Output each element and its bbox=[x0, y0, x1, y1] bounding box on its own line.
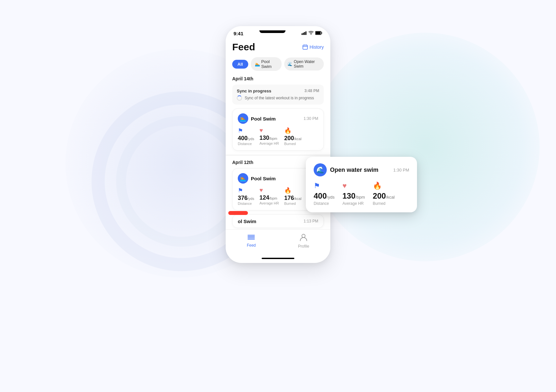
open-water-tab-label: Open Water Swim bbox=[294, 59, 321, 69]
expanded-distance-icon: ⚑ bbox=[314, 182, 335, 190]
expanded-hr-value: 130/bpm bbox=[342, 191, 365, 201]
expanded-workout-time: 1:30 PM bbox=[393, 168, 409, 172]
svg-rect-7 bbox=[321, 32, 322, 34]
expanded-distance-stat: ⚑ 400/yds Distance bbox=[314, 182, 335, 206]
pool-swim-card-1[interactable]: 🏊 Pool Swim 1:30 PM ⚑ 400/yds Distance bbox=[232, 108, 324, 151]
heart-icon-2: ♥ bbox=[259, 187, 279, 194]
sync-spinner-icon bbox=[237, 95, 242, 101]
pool-swim-tab-label: Pool Swim bbox=[261, 59, 278, 69]
feed-nav-icon bbox=[247, 235, 255, 242]
profile-nav-label: Profile bbox=[298, 244, 309, 249]
distance-stat-2: ⚑ 376/yds Distance bbox=[238, 187, 254, 205]
calories-stat-1: 🔥 200/kcal Burned bbox=[284, 127, 302, 146]
svg-rect-6 bbox=[316, 32, 321, 34]
wifi-icon bbox=[308, 31, 314, 36]
feed-header: Feed History bbox=[232, 39, 324, 57]
open-water-tab-icon: 🌊 bbox=[287, 62, 292, 66]
expanded-title-row: 🌊 Open water swim bbox=[314, 163, 378, 176]
phone-container: 9:41 bbox=[226, 26, 330, 263]
expanded-workout-title: Open water swim bbox=[330, 167, 378, 173]
pool-swim-time-3: 1:13 PM bbox=[304, 219, 318, 223]
hr-label-1: Average HR bbox=[259, 141, 279, 145]
battery-icon bbox=[315, 31, 322, 36]
nav-feed[interactable]: Feed bbox=[247, 235, 256, 248]
sync-body: Sync of the latest workout is in progres… bbox=[237, 95, 319, 101]
flame-icon-2: 🔥 bbox=[284, 187, 302, 194]
pool-swim-avatar-2: 🏊 bbox=[238, 173, 248, 184]
calories-value-1: 200/kcal bbox=[284, 135, 302, 142]
expanded-calories-label: Burned bbox=[373, 201, 395, 206]
calories-stat-2: 🔥 176/kcal Burned bbox=[284, 187, 302, 205]
calories-label-2: Burned bbox=[284, 202, 302, 205]
card-title-row-2: 🏊 Pool Swim bbox=[238, 173, 276, 184]
delete-button[interactable] bbox=[228, 211, 248, 215]
heart-icon-1: ♥ bbox=[259, 127, 279, 134]
sync-title: Sync in progress bbox=[237, 89, 271, 93]
pool-swim-card-3[interactable]: ol Swim 1:13 PM bbox=[232, 214, 324, 228]
svg-rect-2 bbox=[304, 32, 305, 35]
expanded-calories-stat: 🔥 200/kcal Burned bbox=[373, 182, 395, 206]
svg-point-9 bbox=[302, 234, 305, 237]
pool-swim-name-3: ol Swim bbox=[238, 219, 256, 224]
svg-rect-1 bbox=[303, 33, 304, 35]
expanded-calories-value: 200/kcal bbox=[373, 191, 395, 201]
filter-tabs: All 🏊 Pool Swim 🌊 Open Water Swim bbox=[232, 57, 324, 71]
distance-icon-2: ⚑ bbox=[238, 187, 254, 194]
tab-open-water[interactable]: 🌊 Open Water Swim bbox=[284, 57, 324, 71]
expanded-flame-icon: 🔥 bbox=[373, 182, 395, 190]
pool-swim-time-1: 1:30 PM bbox=[304, 116, 318, 121]
calories-value-2: 176/kcal bbox=[284, 195, 302, 202]
history-button[interactable]: History bbox=[303, 44, 324, 50]
profile-nav-icon bbox=[300, 234, 307, 243]
feed-nav-label: Feed bbox=[247, 243, 256, 248]
svg-point-4 bbox=[311, 34, 311, 35]
signal-icon bbox=[302, 31, 307, 36]
expanded-stats: ⚑ 400/yds Distance ♥ 130/bpm Average HR … bbox=[314, 182, 409, 206]
distance-label-2: Distance bbox=[238, 202, 254, 205]
distance-stat-1: ⚑ 400/yds Distance bbox=[238, 127, 254, 146]
date-april-14: April 14th bbox=[232, 76, 324, 81]
status-icons bbox=[302, 31, 322, 36]
nav-profile[interactable]: Profile bbox=[298, 234, 309, 249]
tab-pool-swim[interactable]: 🏊 Pool Swim bbox=[251, 57, 282, 71]
svg-rect-3 bbox=[305, 31, 306, 35]
distance-icon-1: ⚑ bbox=[238, 127, 254, 134]
card-header-1: 🏊 Pool Swim 1:30 PM bbox=[238, 113, 318, 124]
expanded-card-header: 🌊 Open water swim 1:30 PM bbox=[314, 163, 409, 176]
status-bar: 9:41 bbox=[226, 26, 330, 39]
sync-message: Sync of the latest workout is in progres… bbox=[245, 96, 314, 100]
pool-swim-tab-icon: 🏊 bbox=[255, 62, 260, 67]
expanded-hr-stat: ♥ 130/bpm Average HR bbox=[342, 182, 365, 206]
svg-rect-0 bbox=[302, 33, 303, 35]
expanded-heart-icon: ♥ bbox=[342, 182, 365, 190]
phone-frame: 9:41 bbox=[226, 26, 330, 263]
pool-swim-avatar-1: 🏊 bbox=[238, 113, 248, 124]
hr-stat-1: ♥ 130/bpm Average HR bbox=[259, 127, 279, 146]
distance-value-2: 376/yds bbox=[238, 195, 254, 202]
calories-label-1: Burned bbox=[284, 142, 302, 146]
svg-rect-8 bbox=[303, 45, 307, 49]
stats-row-1: ⚑ 400/yds Distance ♥ 130/bpm Average HR bbox=[238, 127, 318, 146]
tab-all[interactable]: All bbox=[232, 60, 248, 69]
hr-value-1: 130/bpm bbox=[259, 135, 279, 141]
expanded-distance-value: 400/yds bbox=[314, 191, 335, 201]
sync-card: Sync in progress 3:48 PM Sync of the lat… bbox=[232, 85, 324, 105]
expanded-card: 🌊 Open water swim 1:30 PM ⚑ 400/yds Dist… bbox=[306, 157, 417, 212]
sync-time: 3:48 PM bbox=[304, 89, 319, 93]
bottom-nav: Feed Profile bbox=[226, 229, 330, 255]
calendar-icon bbox=[303, 44, 308, 50]
hr-value-2: 124/bpm bbox=[259, 194, 279, 201]
distance-value-1: 400/yds bbox=[238, 135, 254, 142]
home-indicator bbox=[262, 258, 294, 259]
bg-circle-right bbox=[311, 33, 540, 261]
section-separator bbox=[226, 155, 330, 156]
hr-stat-2: ♥ 124/bpm Average HR bbox=[259, 187, 279, 205]
expanded-distance-label: Distance bbox=[314, 201, 335, 206]
pool-swim-name-2: Pool Swim bbox=[251, 176, 276, 181]
sync-header: Sync in progress 3:48 PM bbox=[237, 89, 319, 93]
distance-label-1: Distance bbox=[238, 142, 254, 146]
feed-title: Feed bbox=[232, 41, 255, 53]
card-title-row-1: 🏊 Pool Swim bbox=[238, 113, 276, 124]
pool-swim-name-1: Pool Swim bbox=[251, 116, 276, 122]
expanded-hr-label: Average HR bbox=[342, 201, 365, 206]
